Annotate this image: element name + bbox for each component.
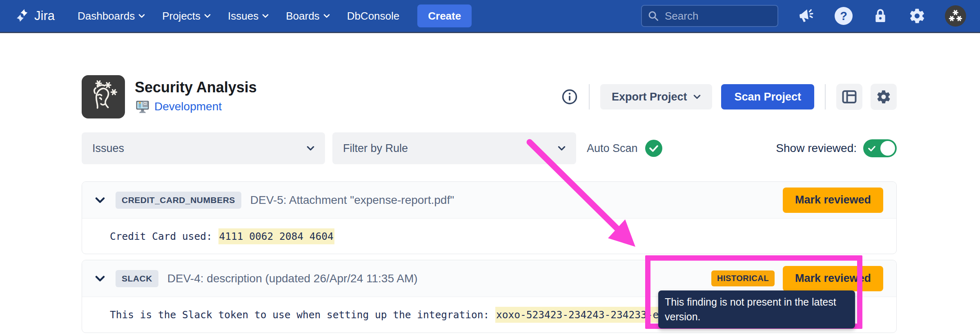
nav-item-dbconsole[interactable]: DbConsole [347, 10, 400, 22]
user-avatar[interactable] [945, 5, 966, 27]
finding-highlight: 4111 0062 2084 4604 [218, 228, 334, 244]
chevron-down-icon [558, 146, 566, 151]
board-layout-button[interactable] [836, 84, 862, 110]
nav-item-boards[interactable]: Boards [286, 10, 330, 22]
finding-header[interactable]: CREDIT_CARD_NUMBERS DEV-5: Attachment "e… [82, 182, 896, 219]
nav-item-dashboards[interactable]: Dashboards [78, 10, 145, 22]
nav-item-label: Projects [162, 10, 200, 22]
project-title-block: Security Analysis Development [135, 79, 257, 114]
jira-logo[interactable]: Jira [14, 7, 55, 25]
chevron-down-icon [138, 14, 145, 18]
winter-face-art-icon [85, 78, 122, 116]
finding-text: Credit Card used: [110, 230, 218, 242]
divider [589, 84, 590, 109]
project-link[interactable]: Development [154, 100, 222, 113]
issues-dropdown-value: Issues [92, 142, 124, 155]
auto-scan-check-icon [645, 140, 662, 157]
auto-scan-status: Auto Scan [587, 140, 662, 157]
security-analysis-page: Jira Dashboards Projects Issues Boards D… [0, 0, 980, 335]
finding-actions: Mark reviewed [783, 188, 883, 213]
mark-reviewed-button[interactable]: Mark reviewed [783, 188, 883, 213]
export-project-button[interactable]: Export Project [600, 84, 713, 109]
mark-reviewed-label: Mark reviewed [795, 194, 871, 206]
nav-item-label: Boards [286, 10, 319, 22]
chevron-down-icon [323, 14, 330, 18]
top-navbar: Jira Dashboards Projects Issues Boards D… [0, 0, 980, 33]
page-settings-button[interactable] [871, 84, 897, 110]
historical-badge: HISTORICAL [711, 270, 775, 286]
filter-bar: Issues Filter by Rule Auto Scan Show rev… [82, 132, 897, 164]
settings-icon[interactable] [908, 7, 926, 25]
search-icon [648, 10, 659, 22]
jira-logo-text: Jira [34, 9, 55, 23]
auto-scan-label: Auto Scan [587, 142, 638, 155]
show-reviewed-control: Show reviewed: [776, 139, 897, 157]
create-button-label: Create [428, 10, 461, 22]
project-subtitle-row: Development [135, 99, 257, 114]
finding-body: Credit Card used: 4111 0062 2084 4604 [82, 219, 896, 254]
project-header: Security Analysis Development [82, 75, 897, 118]
show-reviewed-toggle[interactable] [863, 139, 897, 157]
mark-reviewed-button[interactable]: Mark reviewed [783, 266, 883, 291]
header-controls: Export Project Scan Project [561, 84, 897, 110]
board-layout-icon [842, 90, 857, 104]
nav-item-label: Dashboards [78, 10, 135, 22]
historical-tooltip: This finding is not present in the lates… [658, 290, 855, 328]
collapse-chevron-icon[interactable] [95, 273, 106, 284]
nav-item-label: Issues [228, 10, 258, 22]
finding-title: DEV-5: Attachment "expense-report.pdf" [250, 194, 454, 207]
nav-menu: Dashboards Projects Issues Boards DbCons… [78, 10, 399, 22]
nav-item-projects[interactable]: Projects [162, 10, 211, 22]
chevron-down-icon [262, 14, 269, 18]
info-icon[interactable] [561, 88, 578, 105]
search-box[interactable] [641, 5, 778, 27]
rule-badge: CREDIT_CARD_NUMBERS [116, 192, 241, 209]
show-reviewed-label: Show reviewed: [776, 142, 857, 155]
announcements-icon[interactable] [798, 7, 816, 25]
nav-item-issues[interactable]: Issues [228, 10, 269, 22]
check-icon [868, 145, 875, 152]
finding-title: DEV-4: description (updated 26/Apr/24 11… [167, 272, 418, 285]
chevron-down-icon [204, 14, 211, 18]
scan-project-label: Scan Project [734, 91, 801, 103]
snowflake-avatar-icon [947, 7, 964, 25]
collapse-chevron-icon[interactable] [95, 195, 106, 205]
help-glyph: ? [840, 9, 847, 23]
navbar-icon-group: ? [798, 5, 966, 27]
finding-text: This is the Slack token to use when sett… [110, 309, 495, 321]
rule-dropdown-value: Filter by Rule [343, 142, 408, 155]
filter-by-rule-dropdown[interactable]: Filter by Rule [332, 132, 576, 164]
export-project-label: Export Project [612, 91, 687, 103]
divider [825, 84, 826, 109]
nav-item-label: DbConsole [347, 10, 400, 22]
main-content: Security Analysis Development [82, 34, 897, 333]
rule-badge: SLACK [116, 270, 158, 287]
chevron-down-icon [307, 146, 314, 151]
finding-card-dev5: CREDIT_CARD_NUMBERS DEV-5: Attachment "e… [82, 181, 897, 254]
workstation-emoji-icon [135, 99, 150, 114]
lock-icon[interactable] [871, 7, 889, 25]
issues-dropdown[interactable]: Issues [82, 132, 325, 164]
finding-highlight: xoxo-523423-234243-234233-e [495, 307, 659, 323]
tooltip-text: This finding is not present in the lates… [665, 296, 836, 322]
toggle-knob [880, 141, 895, 156]
finding-actions: HISTORICAL Mark reviewed [711, 266, 883, 291]
create-button[interactable]: Create [417, 4, 472, 27]
scan-project-button[interactable]: Scan Project [721, 84, 814, 109]
search-input[interactable] [664, 9, 764, 23]
gear-icon [876, 89, 891, 105]
help-icon[interactable]: ? [835, 7, 853, 25]
project-avatar [82, 75, 125, 118]
jira-logo-icon [14, 7, 30, 25]
page-title: Security Analysis [135, 79, 257, 96]
chevron-down-icon [693, 94, 701, 99]
mark-reviewed-label: Mark reviewed [795, 272, 871, 285]
